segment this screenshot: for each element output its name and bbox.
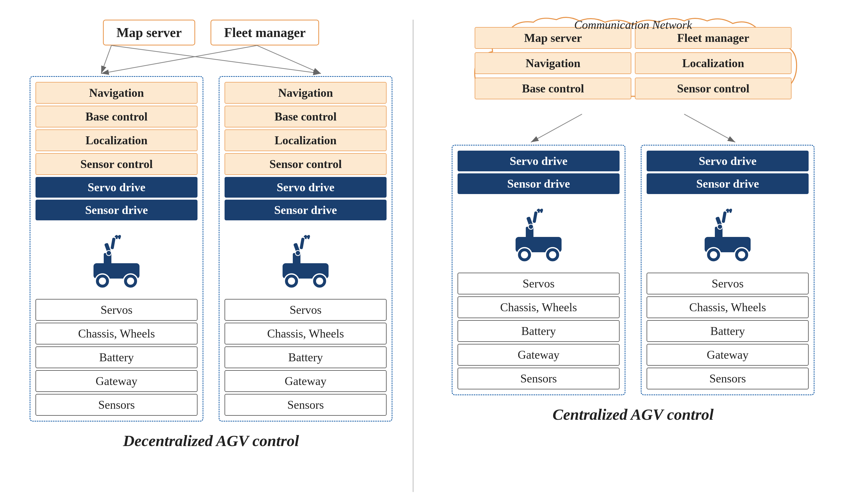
agv-column-left-2: Navigation Base control Localization Sen… — [219, 76, 392, 422]
cloud-localization: Localization — [635, 52, 792, 74]
svg-rect-21 — [300, 237, 305, 249]
servos-right-1: Servos — [458, 273, 619, 294]
sensors-right-1: Sensors — [458, 368, 619, 389]
sensors-right-2: Sensors — [646, 368, 809, 389]
sensor-drive-left-1: Sensor drive — [36, 200, 197, 220]
localization-left-1: Localization — [36, 130, 197, 151]
base-control-left-2: Base control — [225, 106, 387, 128]
sensors-left-2: Sensors — [225, 394, 387, 416]
svg-point-37 — [710, 251, 717, 258]
svg-line-25 — [684, 114, 735, 142]
chassis-right-2: Chassis, Wheels — [646, 296, 809, 318]
svg-point-43 — [717, 224, 722, 229]
sensor-drive-left-2: Sensor drive — [225, 200, 387, 220]
main-container: Map server Fleet manager — [10, 10, 852, 494]
gateway-right-1: Gateway — [458, 344, 619, 366]
svg-point-7 — [99, 278, 106, 285]
servos-left-1: Servos — [36, 299, 197, 321]
battery-left-2: Battery — [225, 346, 387, 368]
servo-drive-left-2: Servo drive — [225, 177, 387, 198]
map-server-left: Map server — [103, 19, 195, 45]
servos-right-2: Servos — [646, 273, 809, 294]
chassis-right-1: Chassis, Wheels — [458, 296, 619, 318]
servo-drive-right-2: Servo drive — [646, 151, 809, 171]
left-side-decentralized: Map server Fleet manager — [10, 10, 413, 494]
robot-area-right-1 — [458, 199, 619, 270]
cloud-sensor-control: Sensor control — [635, 78, 792, 99]
fleet-manager-left: Fleet manager — [210, 19, 319, 45]
svg-rect-12 — [110, 237, 116, 249]
svg-line-2 — [112, 45, 321, 74]
robot-area-left-1 — [36, 225, 197, 296]
agv-pair-left: Navigation Base control Localization Sen… — [30, 76, 392, 422]
svg-line-3 — [101, 45, 257, 74]
svg-line-24 — [531, 114, 582, 142]
svg-point-34 — [528, 224, 534, 229]
agv-column-left-1: Navigation Base control Localization Sen… — [30, 76, 204, 422]
svg-point-16 — [288, 278, 295, 285]
right-side-centralized: Communication Network Map server Fleet m… — [414, 10, 852, 494]
robot-area-left-2 — [225, 225, 387, 296]
svg-point-9 — [127, 278, 134, 285]
gateway-left-2: Gateway — [225, 370, 387, 392]
nav-left-1: Navigation — [36, 82, 197, 104]
battery-right-2: Battery — [646, 320, 809, 342]
localization-left-2: Localization — [225, 130, 387, 151]
sensor-drive-right-1: Sensor drive — [458, 173, 619, 194]
cloud-base-control: Base control — [475, 78, 631, 99]
sensor-control-left-1: Sensor control — [36, 153, 197, 175]
svg-rect-42 — [722, 211, 727, 223]
svg-line-1 — [101, 45, 112, 74]
gateway-left-1: Gateway — [36, 370, 197, 392]
svg-point-28 — [521, 251, 528, 258]
agv-column-right-1: Servo drive Sensor drive — [452, 145, 625, 395]
nav-left-2: Navigation — [225, 82, 387, 104]
chassis-left-1: Chassis, Wheels — [36, 323, 197, 344]
svg-point-30 — [549, 251, 556, 258]
battery-right-1: Battery — [458, 320, 619, 342]
cloud-container: Communication Network Map server Fleet m… — [454, 15, 812, 111]
chassis-left-2: Chassis, Wheels — [225, 323, 387, 344]
svg-point-18 — [316, 278, 323, 285]
battery-left-1: Battery — [36, 346, 197, 368]
robot-icon-right-2 — [697, 204, 758, 265]
svg-point-13 — [106, 251, 112, 255]
robot-area-right-2 — [646, 199, 809, 270]
sensor-drive-right-2: Sensor drive — [646, 173, 809, 194]
right-arrows-svg — [442, 114, 825, 145]
servos-left-2: Servos — [225, 299, 387, 321]
decentralized-label: Decentralized AGV control — [123, 432, 299, 450]
base-control-left-1: Base control — [36, 106, 197, 128]
sensors-left-1: Sensors — [36, 394, 197, 416]
robot-icon-left-2 — [275, 230, 336, 291]
robot-icon-right-1 — [508, 204, 569, 265]
gateway-right-2: Gateway — [646, 344, 809, 366]
top-servers-left: Map server Fleet manager — [103, 19, 319, 45]
svg-point-22 — [295, 251, 300, 255]
robot-icon-left-1 — [86, 230, 147, 291]
agv-column-right-2: Servo drive Sensor drive — [641, 145, 814, 395]
svg-line-4 — [257, 45, 321, 74]
svg-rect-33 — [533, 211, 538, 223]
servo-drive-left-1: Servo drive — [36, 177, 197, 198]
agv-pair-right: Servo drive Sensor drive — [452, 145, 814, 395]
cloud-navigation: Navigation — [475, 52, 631, 74]
svg-point-39 — [738, 251, 745, 258]
left-arrows-svg — [12, 45, 410, 76]
centralized-label: Centralized AGV control — [553, 406, 714, 424]
cloud-title: Communication Network — [574, 18, 692, 32]
servo-drive-right-1: Servo drive — [458, 151, 619, 171]
sensor-control-left-2: Sensor control — [225, 153, 387, 175]
